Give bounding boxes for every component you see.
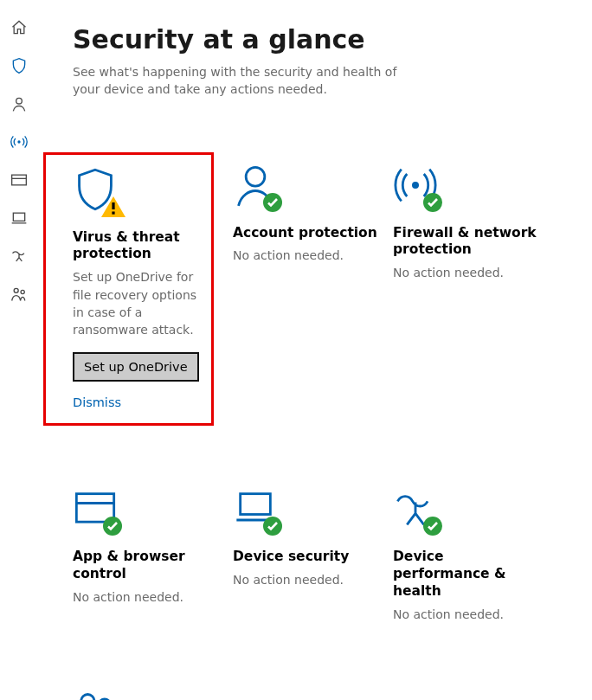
card-virus-threat[interactable]: Virus & threat protection Set up OneDriv… [43,152,214,427]
card-title: Virus & threat protection [73,229,203,264]
card-account-protection[interactable]: Account protection No action needed. [233,152,393,427]
card-app-browser[interactable]: App & browser control No action needed. [73,476,233,628]
ok-overlay-icon [422,192,443,213]
sidebar [0,0,38,700]
shield-icon[interactable] [10,57,28,74]
performance-icon[interactable] [10,247,28,265]
svg-rect-7 [112,211,114,214]
main-content: Security at a glance See what's happenin… [38,0,592,700]
svg-point-0 [16,98,23,104]
card-status: No action needed. [233,571,379,588]
svg-point-5 [21,290,24,293]
setup-onedrive-button[interactable]: Set up OneDrive [73,352,199,382]
app-icon[interactable] [10,171,28,189]
card-icon-wrap [233,163,278,209]
family-icon[interactable] [10,286,28,303]
card-icon-wrap [73,167,118,214]
card-icon-wrap [73,486,118,533]
ok-overlay-icon [422,516,443,536]
card-status: No action needed. [393,264,539,281]
card-family[interactable] [73,678,233,700]
svg-rect-3 [13,213,24,221]
card-icon-wrap [393,163,438,209]
network-icon[interactable] [10,133,28,151]
device-icon[interactable] [10,209,28,227]
card-status: No action needed. [393,606,539,623]
svg-rect-6 [112,202,114,209]
card-icon-wrap [233,486,278,533]
card-status: No action needed. [73,588,219,606]
person-icon[interactable] [10,95,28,112]
svg-rect-2 [12,175,27,185]
card-performance[interactable]: Device performance & health No action ne… [393,476,553,628]
ok-overlay-icon [262,192,283,213]
card-title: Device performance & health [393,549,539,600]
card-title: Device security [233,549,379,566]
card-icon-wrap [393,486,438,533]
warning-overlay-icon [100,196,126,218]
card-icon-wrap [73,689,118,700]
svg-point-1 [18,141,20,143]
security-cards-grid: Virus & threat protection Set up OneDriv… [73,152,575,700]
svg-point-8 [246,167,265,186]
card-title: Account protection [233,225,379,242]
dismiss-link[interactable]: Dismiss [73,395,203,409]
svg-point-10 [413,183,417,187]
ok-overlay-icon [262,516,283,536]
page-title: Security at a glance [73,24,575,55]
card-status: No action needed. [233,247,379,264]
card-device-security[interactable]: Device security No action needed. [233,476,393,628]
home-icon[interactable] [10,19,28,36]
family-icon [73,689,118,700]
svg-point-4 [14,288,18,292]
card-firewall[interactable]: Firewall & network protection No action … [393,152,553,427]
svg-point-17 [81,695,94,700]
page-subtitle: See what's happening with the security a… [73,63,419,99]
card-title: Firewall & network protection [393,225,539,260]
ok-overlay-icon [102,516,123,536]
card-title: App & browser control [73,549,219,583]
svg-rect-14 [241,494,271,515]
card-status: Set up OneDrive for file recovery option… [73,268,203,338]
windows-security-app: Security at a glance See what's happenin… [0,0,592,700]
